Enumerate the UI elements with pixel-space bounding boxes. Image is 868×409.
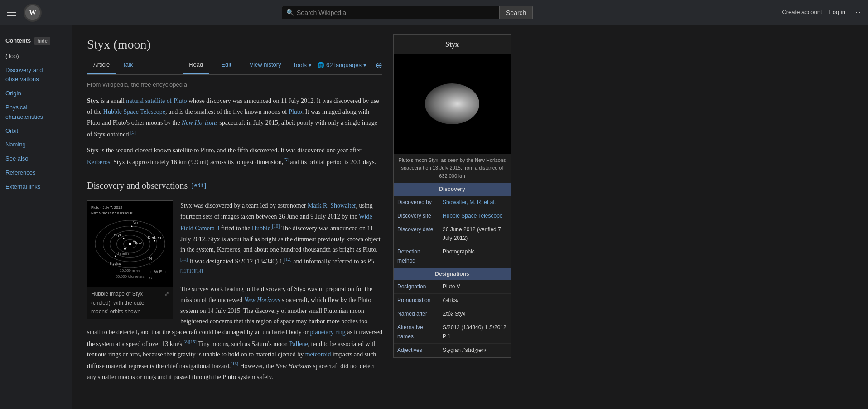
charon-label: Charon	[116, 251, 129, 257]
infobox-label-discovered-by: Discovered by	[394, 196, 439, 209]
infobox-row-alternative-names: Alternative names S/2012 (134340) 1 S/20…	[394, 321, 511, 343]
infobox-row-detection-method: Detection method Photographic	[394, 245, 511, 268]
hide-badge[interactable]: hide	[34, 37, 50, 46]
log-in-link[interactable]: Log in	[829, 8, 845, 17]
tab-read[interactable]: Read	[183, 57, 209, 74]
infobox-label-named-after: Named after	[394, 307, 439, 321]
pallene-link[interactable]: Pallene	[289, 341, 308, 347]
infobox-label-adjectives: Adjectives	[394, 344, 439, 357]
infobox-label-designation: Designation	[394, 280, 439, 293]
charon-dot	[124, 248, 126, 250]
new-horizons-ref-link[interactable]: New Horizons	[244, 297, 280, 303]
sidebar-item-discovery[interactable]: Discovery and observations	[0, 63, 72, 87]
showalter-link[interactable]: Showalter, M. R. et al.	[443, 199, 496, 205]
styx-moon-image	[425, 83, 479, 124]
planetary-ring-link[interactable]: planetary ring	[310, 329, 346, 336]
tab-bar: Article Talk Read Edit View history Tool…	[87, 57, 382, 75]
new-horizons-link[interactable]: New Horizons	[182, 119, 218, 126]
menu-icon[interactable]	[7, 10, 16, 16]
infobox-label-detection-method: Detection method	[394, 245, 439, 267]
main-content: Styx Pluto's moon Styx, as seen by the N…	[72, 25, 526, 409]
infobox-value-discovery-site: Hubble Space Telescope	[439, 209, 511, 223]
infobox-label-pronunciation: Pronunciation	[394, 294, 439, 307]
natural-satellite-link[interactable]: natural satellite of Pluto	[126, 97, 187, 104]
styx-dot	[123, 238, 124, 239]
infobox-label-discovery-date: Discovery date	[394, 223, 439, 245]
hubble-link[interactable]: Hubble Space Telescope	[443, 213, 503, 219]
sidebar-item-physical[interactable]: Physical characteristics	[0, 101, 72, 124]
infobox-value-detection-method: Photographic	[439, 245, 511, 267]
pluto-link[interactable]: Pluto	[289, 108, 302, 115]
tab-article[interactable]: Article	[87, 57, 116, 74]
wfc3-link[interactable]: Wide Field Camera 3	[180, 213, 372, 231]
hubble-ref-link[interactable]: Hubble	[252, 225, 270, 232]
page-wrapper: Contents hide (Top) Discovery and observ…	[0, 25, 868, 409]
tab-talk[interactable]: Talk	[116, 57, 139, 74]
infobox-caption: Pluto's moon Styx, as seen by the New Ho…	[394, 154, 511, 184]
sidebar-item-origin[interactable]: Origin	[0, 87, 72, 101]
sidebar-item-see-also[interactable]: See also	[0, 152, 72, 166]
lang-button[interactable]: 🌐 62 languages ▾	[317, 61, 366, 70]
more-button[interactable]: ⋯	[853, 6, 861, 19]
infobox-value-pronunciation: /ˈstɪks/	[439, 294, 511, 307]
nix-label: Nix	[132, 219, 138, 226]
hubble-sim: Pluto Charon Styx Nix Kerberos	[89, 203, 171, 285]
pluto-dot	[129, 243, 131, 245]
tab-view-history[interactable]: View history	[243, 57, 288, 74]
tools-label: Tools	[293, 61, 307, 70]
infobox-value-alternative-names: S/2012 (134340) 1 S/2012 P 1	[439, 321, 511, 343]
meteoroid-link[interactable]: meteoroid	[305, 351, 331, 358]
hubble-telescope-link[interactable]: Hubble Space Telescope	[103, 108, 165, 115]
hubble-image-box: Pluto Charon Styx Nix Kerberos	[87, 200, 173, 319]
compass: N↑← W E →S	[149, 255, 167, 282]
infobox-value-designation: Pluto V	[439, 280, 511, 293]
infobox-section-designations: Designations	[394, 268, 511, 280]
hubble-image-inner: Pluto Charon Styx Nix Kerberos	[87, 201, 173, 287]
lang-chevron-icon: ▾	[363, 61, 366, 70]
infobox: Styx Pluto's moon Styx, as seen by the N…	[393, 34, 511, 358]
lang-count: 62 languages	[326, 61, 362, 70]
discovery-edit-link[interactable]: [ edit ]	[191, 181, 206, 190]
infobox-value-adjectives: Stygian /ˈstɪdʒiən/	[439, 344, 511, 357]
hydra-label: Hydra	[110, 260, 121, 267]
infobox-section-discovery: Discovery	[394, 183, 511, 195]
wikipedia-logo: W	[24, 4, 42, 22]
infobox-row-named-after: Named after Στύξ Styx	[394, 307, 511, 321]
infobox-row-discovery-date: Discovery date 26 June 2012 (verified 7 …	[394, 223, 511, 245]
infobox-label-alternative-names: Alternative names	[394, 321, 439, 343]
create-account-link[interactable]: Create account	[782, 8, 822, 17]
infobox-title: Styx	[394, 35, 511, 54]
sidebar-item-naming[interactable]: Naming	[0, 138, 72, 152]
tools-button[interactable]: Tools ▾	[293, 61, 312, 70]
sidebar-item-top[interactable]: (Top)	[0, 49, 72, 63]
sidebar: Contents hide (Top) Discovery and observ…	[0, 25, 72, 409]
header-right: Create account Log in ⋯	[782, 6, 861, 19]
showalter-person-link[interactable]: Mark R. Showalter	[308, 202, 356, 209]
sidebar-item-orbit[interactable]: Orbit	[0, 124, 72, 138]
tab-edit[interactable]: Edit	[215, 57, 237, 74]
hydra-dot	[115, 256, 116, 257]
discovery-heading: Discovery and observations [ edit ]	[87, 178, 382, 195]
kerberos-label: Kerberos	[148, 234, 165, 241]
infobox-image	[394, 54, 511, 154]
search-button[interactable]: Search	[499, 6, 533, 19]
search-icon: 🔍	[286, 7, 294, 17]
sidebar-item-external[interactable]: External links	[0, 180, 72, 194]
infobox-value-discovery-date: 26 June 2012 (verified 7 July 2012)	[439, 223, 511, 245]
infobox-row-designation: Designation Pluto V	[394, 280, 511, 294]
contents-label: Contents	[5, 36, 31, 46]
expand-icon[interactable]: ⤢	[164, 290, 169, 298]
infobox-label-discovery-site: Discovery site	[394, 209, 439, 223]
sidebar-item-references[interactable]: References	[0, 166, 72, 180]
site-header: W 🔍 Search Create account Log in ⋯	[0, 0, 868, 25]
kerberos-link[interactable]: Kerberos	[87, 159, 110, 166]
infobox-row-discovery-site: Discovery site Hubble Space Telescope	[394, 209, 511, 223]
infobox-row-adjectives: Adjectives Stygian /ˈstɪdʒiən/	[394, 344, 511, 357]
search-form: 🔍 Search	[282, 6, 533, 19]
search-input[interactable]	[282, 6, 499, 19]
styx-label: Styx	[114, 232, 122, 238]
hubble-image-caption-box: Hubble image of Styx (circled), with the…	[87, 287, 173, 319]
add-button[interactable]: ⊕	[376, 59, 382, 72]
pluto-label: Pluto	[132, 239, 142, 246]
infobox-value-named-after: Στύξ Styx	[439, 307, 511, 321]
